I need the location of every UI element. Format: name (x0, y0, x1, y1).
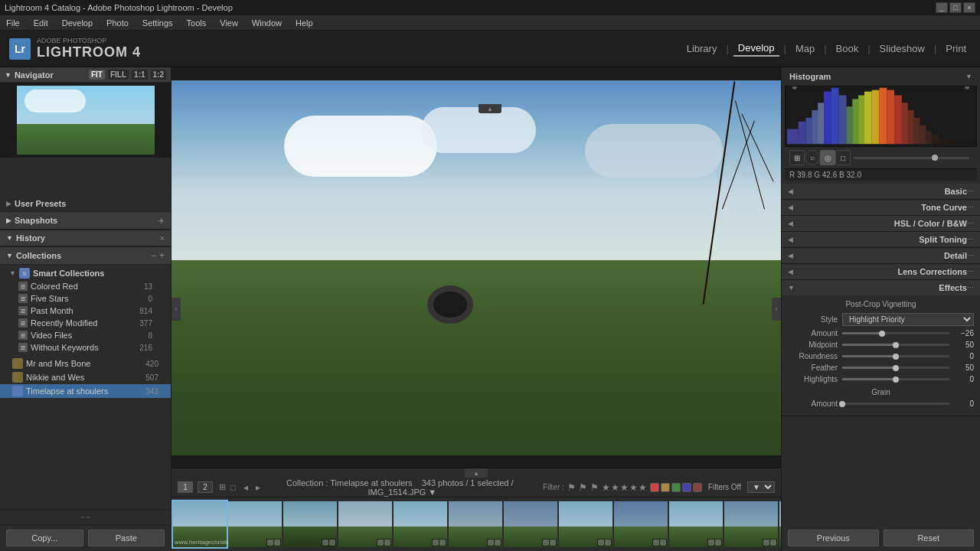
next-photo-btn[interactable]: ▸ (254, 482, 262, 493)
effects-expand-icon[interactable]: ⋯ (967, 284, 974, 292)
menu-help[interactable]: Help (292, 18, 316, 28)
menu-file[interactable]: File (3, 18, 23, 28)
feather-slider[interactable] (842, 367, 949, 369)
collection-mr-mrs-bone[interactable]: Mr and Mrs Bone 420 (0, 357, 171, 370)
prev-photo-btn[interactable]: ◂ (242, 482, 250, 493)
highlights-thumb[interactable] (893, 377, 899, 383)
filter-green[interactable] (671, 483, 681, 492)
split-toning-expand-icon[interactable]: ⋯ (967, 236, 974, 243)
histogram-circle-icon[interactable]: ○ (805, 150, 820, 165)
zoom-1-2[interactable]: 1:2 (151, 70, 166, 80)
snapshots-header[interactable]: ▶ Snapshots + (0, 212, 171, 230)
collection-past-month[interactable]: ≡ Past Month 814 (0, 305, 171, 317)
star-4[interactable]: ★ (629, 482, 638, 493)
filmstrip-thumb-12[interactable] (779, 501, 781, 547)
collection-five-stars[interactable]: ≡ Five Stars 0 (0, 292, 171, 305)
copy-button[interactable]: Copy... (6, 530, 83, 546)
menu-photo[interactable]: Photo (103, 18, 132, 28)
menu-window[interactable]: Window (249, 18, 285, 28)
collections-header[interactable]: ▼ Collections − + (0, 247, 171, 265)
collection-video-files[interactable]: ≡ Video Files 8 (0, 329, 171, 341)
roundness-thumb[interactable] (893, 354, 899, 360)
filmstrip-thumb-8[interactable] (559, 501, 612, 547)
histogram-target-icon[interactable]: ◎ (820, 150, 835, 165)
filmstrip-thumb-4[interactable] (338, 501, 392, 547)
filmstrip-thumb-7[interactable] (504, 501, 557, 547)
minimize-btn[interactable]: _ (936, 2, 948, 13)
filters-off-btn[interactable]: Filters Off (705, 483, 744, 491)
zoom-fit[interactable]: FIT (89, 70, 105, 80)
history-header[interactable]: ▼ History × (0, 230, 171, 246)
grain-amount-slider[interactable] (842, 403, 949, 405)
midpoint-thumb[interactable] (893, 342, 899, 348)
filter-purple[interactable] (693, 483, 702, 492)
filmstrip-thumb-1[interactable]: www.heritagechristiancollege.com (173, 501, 227, 547)
amount-thumb[interactable] (879, 331, 885, 337)
top-panel-toggle-btn[interactable]: ▲ (479, 104, 501, 113)
highlights-slider[interactable] (842, 378, 949, 380)
split-toning-header[interactable]: ◀ Split Toning ⋯ (782, 232, 980, 247)
detail-header[interactable]: ◀ Detail ⋯ (782, 248, 980, 263)
reset-button[interactable]: Reset (884, 530, 975, 546)
midpoint-slider[interactable] (842, 344, 949, 346)
nav-map[interactable]: Map (791, 41, 819, 56)
filter-red[interactable] (650, 483, 659, 492)
previous-button[interactable]: Previous (788, 530, 879, 546)
maximize-btn[interactable]: □ (949, 2, 962, 13)
nav-library[interactable]: Library (682, 41, 722, 56)
filmstrip-thumb-5[interactable] (394, 501, 447, 547)
histogram-white-balance-slider[interactable] (854, 157, 969, 159)
effects-header[interactable]: ▼ Effects ⋯ (782, 280, 980, 295)
histogram-grid-icon[interactable]: ⊞ (789, 150, 805, 165)
filter-flag-none[interactable]: ⚑ (567, 482, 576, 493)
menu-tools[interactable]: Tools (184, 18, 210, 28)
menu-edit[interactable]: Edit (31, 18, 51, 28)
basic-expand-icon[interactable]: ⋯ (967, 187, 974, 195)
filename-text[interactable]: IMG_1514.JPG ▼ (368, 487, 436, 497)
filter-flag-pick[interactable]: ⚑ (579, 482, 587, 493)
tone-curve-header[interactable]: ◀ Tone Curve ⋯ (782, 200, 980, 215)
collection-timelapse[interactable]: Timelapse at shoulers 343 (0, 384, 171, 398)
paste-button[interactable]: Paste (88, 530, 165, 546)
hsl-expand-icon[interactable]: ⋯ (967, 220, 974, 227)
zoom-1-1[interactable]: 1:1 (132, 70, 147, 80)
grid-view-btn[interactable]: ⊞ (217, 482, 227, 492)
navigator-header[interactable]: ▼ Navigator FIT FILL 1:1 1:2 (0, 67, 171, 83)
menu-settings[interactable]: Settings (139, 18, 176, 28)
histogram-crop-icon[interactable]: □ (835, 150, 851, 165)
filter-flag-reject[interactable]: ⚑ (590, 482, 599, 493)
nav-slideshow[interactable]: Slideshow (875, 41, 929, 56)
collection-nikkie-wes[interactable]: Nikkie and Wes 507 (0, 370, 171, 384)
collections-remove-btn[interactable]: − (151, 250, 156, 261)
filmstrip-thumb-11[interactable] (724, 501, 778, 547)
filter-dropdown[interactable]: ▼ (747, 481, 775, 493)
grain-amount-thumb[interactable] (839, 401, 845, 407)
nav-develop[interactable]: Develop (733, 41, 779, 57)
right-panel-collapse-btn[interactable]: › (772, 298, 781, 321)
star-2[interactable]: ★ (611, 482, 619, 493)
close-btn[interactable]: × (963, 2, 975, 13)
feather-thumb[interactable] (893, 365, 899, 371)
roundness-slider[interactable] (842, 355, 949, 357)
nav-print[interactable]: Print (941, 41, 971, 56)
collection-colored-red[interactable]: ≡ Colored Red 13 (0, 280, 171, 292)
filmstrip-thumb-10[interactable] (669, 501, 723, 547)
left-panel-collapse-btn[interactable]: ‹ (172, 298, 181, 321)
star-1[interactable]: ★ (602, 482, 610, 493)
detail-expand-icon[interactable]: ⋯ (967, 252, 974, 259)
hsl-header[interactable]: ◀ HSL / Color / B&W ⋯ (782, 216, 980, 231)
lens-corrections-expand-icon[interactable]: ⋯ (967, 268, 974, 276)
collection-without-keywords[interactable]: ≡ Without Keywords 216 (0, 341, 171, 354)
filter-blue[interactable] (682, 483, 691, 492)
style-select[interactable]: Highlight Priority Color Priority Paint … (842, 313, 974, 326)
star-5[interactable]: ★ (639, 482, 647, 493)
menu-develop[interactable]: Develop (59, 18, 96, 28)
histogram-expand-btn[interactable]: ▼ (965, 73, 972, 80)
collections-add-btn[interactable]: + (159, 250, 165, 261)
menu-view[interactable]: View (217, 18, 241, 28)
amount-slider[interactable] (842, 332, 949, 334)
filter-yellow[interactable] (661, 483, 670, 492)
collection-recently-modified[interactable]: ≡ Recently Modified 377 (0, 317, 171, 329)
loupe-view-btn[interactable]: □ (229, 482, 237, 492)
lens-corrections-header[interactable]: ◀ Lens Corrections ⋯ (782, 264, 980, 279)
